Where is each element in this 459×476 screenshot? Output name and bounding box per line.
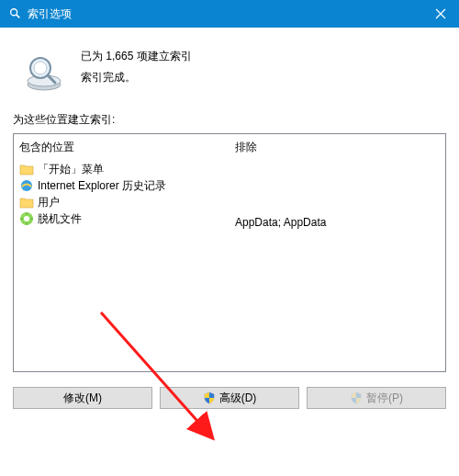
list-item[interactable]: 脱机文件 <box>19 210 224 227</box>
titlebar: 索引选项 <box>0 0 459 28</box>
pause-button-label: 暂停(P) <box>366 391 403 406</box>
button-row: 修改(M) 高级(D) <box>13 372 446 409</box>
list-item[interactable]: 用户 <box>19 194 224 210</box>
index-options-icon <box>7 6 22 21</box>
window-title: 索引选项 <box>28 6 422 22</box>
uac-shield-icon <box>350 391 363 404</box>
advanced-button[interactable]: 高级(D) <box>160 387 299 409</box>
status-complete: 索引完成。 <box>81 67 192 88</box>
included-header: 包含的位置 <box>19 138 224 161</box>
svg-point-0 <box>11 9 17 16</box>
excluded-column: 排除 AppData; AppData <box>230 134 445 371</box>
watermark: 系统之家 WWW.XiTongZhiJia.NET <box>312 411 459 458</box>
list-item-label: 「开始」菜单 <box>38 162 104 177</box>
excluded-value: AppData; AppData <box>235 161 440 229</box>
modify-button-label: 修改(M) <box>63 391 102 406</box>
status-count: 已为 1,665 项建立索引 <box>81 46 192 67</box>
folder-icon <box>19 195 34 210</box>
list-item-label: Internet Explorer 历史记录 <box>38 178 166 194</box>
svg-text:WWW.XiTongZhiJia.NET: WWW.XiTongZhiJia.NET <box>360 438 459 448</box>
svg-point-7 <box>34 62 47 74</box>
excluded-header: 排除 <box>235 138 440 161</box>
uac-shield-icon <box>203 391 216 404</box>
offline-files-icon <box>19 211 34 226</box>
list-item-label: 脱机文件 <box>38 211 82 227</box>
svg-point-11 <box>24 216 29 221</box>
svg-text:系统之家: 系统之家 <box>359 417 419 434</box>
list-item-label: 用户 <box>38 195 60 210</box>
ie-icon <box>19 178 34 193</box>
locations-label: 为这些位置建立索引: <box>13 112 446 128</box>
close-button[interactable] <box>422 0 459 28</box>
status-area: 已为 1,665 项建立索引 索引完成。 <box>13 37 446 112</box>
modify-button[interactable]: 修改(M) <box>13 387 152 409</box>
list-item[interactable]: Internet Explorer 历史记录 <box>19 177 224 194</box>
folder-icon <box>19 162 34 176</box>
list-item[interactable]: 「开始」菜单 <box>19 161 224 177</box>
advanced-button-label: 高级(D) <box>219 391 257 406</box>
included-column: 包含的位置 「开始」菜单 Internet Explorer 历史记录 用户 <box>14 134 230 371</box>
magnifier-drive-icon <box>22 50 66 94</box>
locations-listbox[interactable]: 包含的位置 「开始」菜单 Internet Explorer 历史记录 用户 <box>13 133 446 372</box>
pause-button: 暂停(P) <box>307 387 446 409</box>
svg-line-1 <box>17 15 20 18</box>
